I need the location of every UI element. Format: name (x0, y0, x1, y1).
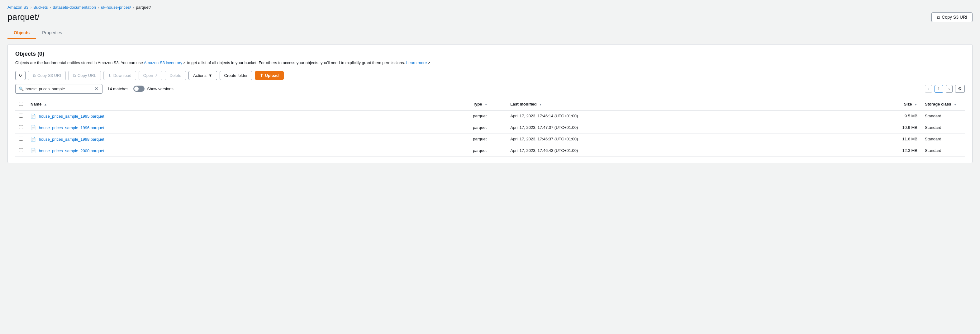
inventory-link[interactable]: Amazon S3 inventory (144, 60, 183, 65)
open-button[interactable]: Open ↗ (138, 71, 162, 80)
select-all-checkbox[interactable] (19, 102, 23, 106)
copy-s3-uri-button[interactable]: ⧉ Copy S3 URI (28, 71, 66, 80)
row-name-link-3[interactable]: house_prices_sample_2000.parquet (39, 149, 104, 153)
copy-url-label: Copy URL (78, 73, 96, 78)
row-size-cell-2: 11.6 MB (890, 133, 921, 145)
pagination-next-button[interactable]: › (946, 85, 953, 93)
learn-more-link[interactable]: Learn more (406, 60, 427, 65)
row-checkbox-2[interactable] (19, 137, 23, 141)
external-link-icon-learn: ↗ (427, 61, 430, 65)
upload-button[interactable]: ⬆ Upload (255, 71, 284, 80)
table-row: 📄 house_prices_sample_1998.parquet parqu… (15, 133, 965, 145)
table-header-type[interactable]: Type ▼ (469, 99, 506, 110)
type-col-label: Type (473, 102, 482, 106)
breadcrumb-sep-1: › (30, 5, 32, 9)
row-name-cell-1: 📄 house_prices_sample_1996.parquet (27, 122, 469, 133)
table-header-storage-class[interactable]: Storage class ▼ (921, 99, 965, 110)
breadcrumb-amazon-s3[interactable]: Amazon S3 (8, 5, 29, 9)
table-header-size[interactable]: Size ▼ (890, 99, 921, 110)
row-size-cell-3: 12.3 MB (890, 145, 921, 156)
toolbar: ↻ ⧉ Copy S3 URI ⧉ Copy URL ⬇ Download Op… (15, 71, 965, 80)
row-checkbox-cell (15, 145, 27, 156)
row-name-link-2[interactable]: house_prices_sample_1998.parquet (39, 137, 104, 142)
copy-s3-uri-header-label: Copy S3 URI (942, 15, 967, 20)
row-modified-cell-2: April 17, 2023, 17:46:37 (UTC+01:00) (506, 133, 890, 145)
row-storage-cell-0: Standard (921, 110, 965, 122)
delete-button[interactable]: Delete (165, 71, 186, 80)
table-header-modified[interactable]: Last modified ▼ (506, 99, 890, 110)
copy-s3-uri-icon: ⧉ (33, 73, 35, 78)
objects-table: Name ▲ Type ▼ Last modified ▼ Size ▼ (15, 99, 965, 157)
page-header: parquet/ ⧉ Copy S3 URI (8, 12, 972, 22)
table-row: 📄 house_prices_sample_1996.parquet parqu… (15, 122, 965, 133)
table-row: 📄 house_prices_sample_2000.parquet parqu… (15, 145, 965, 156)
tab-objects[interactable]: Objects (8, 27, 36, 39)
row-checkbox-cell (15, 133, 27, 145)
description-middle: to get a list of all objects in your buc… (186, 60, 406, 65)
row-checkbox-3[interactable] (19, 148, 23, 152)
refresh-button[interactable]: ↻ (15, 71, 25, 80)
row-storage-cell-2: Standard (921, 133, 965, 145)
settings-icon: ⚙ (958, 86, 962, 91)
breadcrumb-sep-3: › (98, 5, 99, 9)
breadcrumb-uk-house-prices[interactable]: uk-house-prices/ (101, 5, 131, 9)
row-size-cell-1: 10.9 MB (890, 122, 921, 133)
row-name-cell-0: 📄 house_prices_sample_1995.parquet (27, 110, 469, 122)
row-modified-cell-3: April 17, 2023, 17:46:43 (UTC+01:00) (506, 145, 890, 156)
modified-col-label: Last modified (510, 102, 537, 106)
row-checkbox-1[interactable] (19, 125, 23, 129)
actions-button[interactable]: Actions ▼ (188, 71, 217, 80)
upload-label: Upload (265, 73, 279, 78)
copy-url-button[interactable]: ⧉ Copy URL (68, 71, 101, 80)
refresh-icon: ↻ (19, 73, 22, 78)
table-settings-button[interactable]: ⚙ (955, 85, 965, 93)
type-sort-icon: ▼ (484, 103, 487, 106)
pagination-prev-icon: ‹ (928, 87, 929, 91)
tabs-container: Objects Properties (8, 27, 972, 39)
show-versions-toggle[interactable] (133, 85, 145, 92)
show-versions-toggle-container: Show versions (133, 85, 173, 92)
breadcrumb-datasets-documentation[interactable]: datasets-documentation (52, 5, 96, 9)
objects-section-title: Objects (0) (15, 51, 965, 57)
row-name-link-1[interactable]: house_prices_sample_1996.parquet (39, 125, 104, 130)
row-checkbox-0[interactable] (19, 114, 23, 118)
name-col-label: Name (30, 102, 41, 106)
actions-chevron-icon: ▼ (208, 73, 212, 78)
copy-icon-header: ⧉ (937, 15, 940, 20)
table-header-name[interactable]: Name ▲ (27, 99, 469, 110)
pagination-next-icon: › (948, 87, 950, 91)
matches-count: 14 matches (107, 87, 128, 91)
row-name-cell-3: 📄 house_prices_sample_2000.parquet (27, 145, 469, 156)
page-title: parquet/ (8, 12, 40, 22)
description-prefix: Objects are the fundamental entities sto… (15, 60, 144, 65)
row-type-cell-3: parquet (469, 145, 506, 156)
row-modified-cell-1: April 17, 2023, 17:47:07 (UTC+01:00) (506, 122, 890, 133)
create-folder-button[interactable]: Create folder (220, 71, 252, 80)
tab-properties[interactable]: Properties (36, 27, 68, 39)
storage-sort-icon: ▼ (953, 103, 957, 106)
download-label: Download (113, 73, 132, 78)
open-label: Open (143, 73, 153, 78)
breadcrumb-buckets[interactable]: Buckets (33, 5, 48, 9)
table-header-checkbox (15, 99, 27, 110)
breadcrumb-sep-4: › (133, 5, 134, 9)
size-col-label: Size (904, 102, 912, 106)
download-button[interactable]: ⬇ Download (103, 71, 136, 80)
row-type-cell-2: parquet (469, 133, 506, 145)
search-input[interactable] (25, 87, 92, 91)
file-icon-3: 📄 (30, 148, 36, 153)
actions-label: Actions (193, 73, 207, 78)
pagination-prev-button[interactable]: ‹ (925, 85, 932, 93)
storage-col-label: Storage class (925, 102, 951, 106)
size-sort-icon: ▼ (914, 103, 917, 106)
row-checkbox-cell (15, 110, 27, 122)
search-clear-button[interactable]: ✕ (94, 86, 99, 92)
create-folder-label: Create folder (224, 73, 248, 78)
breadcrumb: Amazon S3 › Buckets › datasets-documenta… (8, 5, 972, 9)
file-icon-2: 📄 (30, 137, 36, 142)
toggle-slider (133, 85, 145, 92)
search-box: 🔍 ✕ (15, 84, 102, 94)
row-name-link-0[interactable]: house_prices_sample_1995.parquet (39, 114, 104, 119)
copy-s3-uri-header-button[interactable]: ⧉ Copy S3 URI (931, 13, 972, 22)
row-type-cell-1: parquet (469, 122, 506, 133)
